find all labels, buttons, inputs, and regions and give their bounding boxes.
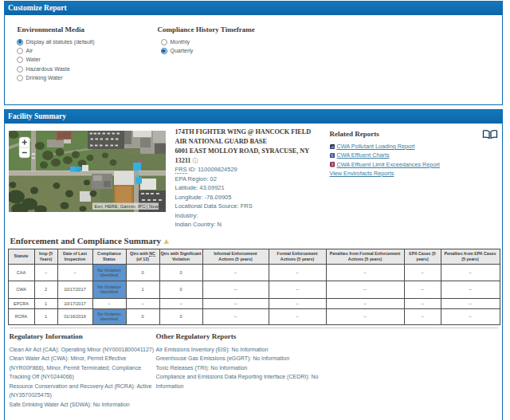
svg-text:Esri, HERE, Garmin, IPC | New: Esri, HERE, Garmin, IPC | New ...: [94, 204, 163, 209]
